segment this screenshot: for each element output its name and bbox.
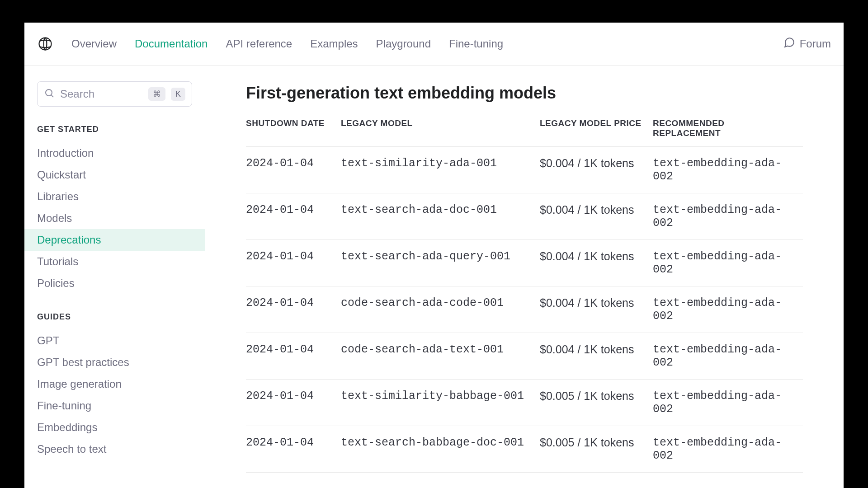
chat-icon <box>783 37 795 51</box>
table-row: 2024-01-04text-search-babbage-doc-001$0.… <box>246 426 803 473</box>
svg-point-0 <box>39 38 52 50</box>
nav-item-playground[interactable]: Playground <box>376 38 431 50</box>
page-title: First-generation text embedding models <box>246 84 803 103</box>
sidebar-item-quickstart[interactable]: Quickstart <box>24 164 205 186</box>
table-row: 2024-01-04text-search-ada-query-001$0.00… <box>246 240 803 286</box>
sidebar-item-fine-tuning[interactable]: Fine-tuning <box>24 395 205 417</box>
cell-model: text-search-ada-query-001 <box>341 240 540 286</box>
body: Search ⌘ K GET STARTEDIntroductionQuicks… <box>24 66 844 488</box>
nav-item-documentation[interactable]: Documentation <box>135 38 208 50</box>
forum-label: Forum <box>800 38 831 50</box>
openai-logo-icon[interactable] <box>37 36 53 52</box>
cell-replacement: text-embedding-ada-002 <box>653 240 803 286</box>
cell-price: $0.005 / 1K tokens <box>540 426 653 473</box>
cell-date: 2024-01-04 <box>246 380 341 426</box>
sidebar-item-gpt-best-practices[interactable]: GPT best practices <box>24 352 205 373</box>
sidebar-item-deprecations[interactable]: Deprecations <box>24 229 205 251</box>
svg-point-1 <box>46 89 52 96</box>
cell-replacement: text-embedding-ada-002 <box>653 286 803 333</box>
search-placeholder: Search <box>60 88 143 100</box>
table-row: 2024-01-04code-search-ada-code-001$0.004… <box>246 286 803 333</box>
nav-item-api-reference[interactable]: API reference <box>226 38 292 50</box>
cell-date: 2024-01-04 <box>246 240 341 286</box>
topbar: OverviewDocumentationAPI referenceExampl… <box>24 23 844 66</box>
table-header: SHUTDOWN DATE <box>246 118 341 147</box>
cell-price: $0.004 / 1K tokens <box>540 286 653 333</box>
content: First-generation text embedding models S… <box>205 66 844 488</box>
cell-price: $0.004 / 1K tokens <box>540 240 653 286</box>
table-row: 2024-01-04code-search-ada-text-001$0.004… <box>246 333 803 380</box>
cell-model: text-similarity-babbage-001 <box>341 380 540 426</box>
nav-item-examples[interactable]: Examples <box>310 38 358 50</box>
search-icon <box>44 88 55 100</box>
nav-item-overview[interactable]: Overview <box>71 38 117 50</box>
app-window: OverviewDocumentationAPI referenceExampl… <box>24 23 844 488</box>
cell-date: 2024-01-04 <box>246 286 341 333</box>
cell-model: text-search-ada-doc-001 <box>341 193 540 240</box>
sidebar-item-image-generation[interactable]: Image generation <box>24 373 205 395</box>
sidebar-item-libraries[interactable]: Libraries <box>24 186 205 207</box>
sidebar-item-embeddings[interactable]: Embeddings <box>24 417 205 438</box>
sidebar-item-introduction[interactable]: Introduction <box>24 142 205 164</box>
cell-date: 2024-01-04 <box>246 426 341 473</box>
cell-model: text-similarity-ada-001 <box>341 147 540 193</box>
kbd-k: K <box>171 88 185 101</box>
cell-model: text-search-babbage-doc-001 <box>341 426 540 473</box>
cell-date: 2024-01-04 <box>246 193 341 240</box>
cell-price: $0.005 / 1K tokens <box>540 380 653 426</box>
table-row: 2024-01-04text-similarity-babbage-001$0.… <box>246 380 803 426</box>
sidebar-section-label: GET STARTED <box>24 125 205 142</box>
kbd-cmd: ⌘ <box>148 87 165 101</box>
top-nav: OverviewDocumentationAPI referenceExampl… <box>71 38 783 50</box>
table-header: LEGACY MODEL PRICE <box>540 118 653 147</box>
cell-model: code-search-ada-text-001 <box>341 333 540 380</box>
sidebar-section-label: GUIDES <box>24 312 205 330</box>
cell-replacement: text-embedding-ada-002 <box>653 193 803 240</box>
sidebar-item-models[interactable]: Models <box>24 207 205 229</box>
search-input[interactable]: Search ⌘ K <box>37 81 192 107</box>
cell-replacement: text-embedding-ada-002 <box>653 380 803 426</box>
sidebar: Search ⌘ K GET STARTEDIntroductionQuicks… <box>24 66 205 488</box>
cell-replacement: text-embedding-ada-002 <box>653 147 803 193</box>
cell-date: 2024-01-04 <box>246 147 341 193</box>
table-row: 2024-01-04text-similarity-ada-001$0.004 … <box>246 147 803 193</box>
cell-price: $0.004 / 1K tokens <box>540 193 653 240</box>
table-row: 2024-01-04text-search-ada-doc-001$0.004 … <box>246 193 803 240</box>
table-header: RECOMMENDED REPLACEMENT <box>653 118 803 147</box>
cell-replacement: text-embedding-ada-002 <box>653 426 803 473</box>
deprecations-table: SHUTDOWN DATELEGACY MODELLEGACY MODEL PR… <box>246 118 803 473</box>
cell-model: code-search-ada-code-001 <box>341 286 540 333</box>
svg-line-2 <box>52 95 53 97</box>
cell-price: $0.004 / 1K tokens <box>540 147 653 193</box>
cell-date: 2024-01-04 <box>246 333 341 380</box>
forum-link[interactable]: Forum <box>783 37 831 51</box>
sidebar-item-tutorials[interactable]: Tutorials <box>24 251 205 272</box>
cell-price: $0.004 / 1K tokens <box>540 333 653 380</box>
cell-replacement: text-embedding-ada-002 <box>653 333 803 380</box>
sidebar-item-speech-to-text[interactable]: Speech to text <box>24 438 205 460</box>
table-header: LEGACY MODEL <box>341 118 540 147</box>
sidebar-item-policies[interactable]: Policies <box>24 272 205 294</box>
nav-item-fine-tuning[interactable]: Fine-tuning <box>449 38 503 50</box>
sidebar-item-gpt[interactable]: GPT <box>24 330 205 352</box>
